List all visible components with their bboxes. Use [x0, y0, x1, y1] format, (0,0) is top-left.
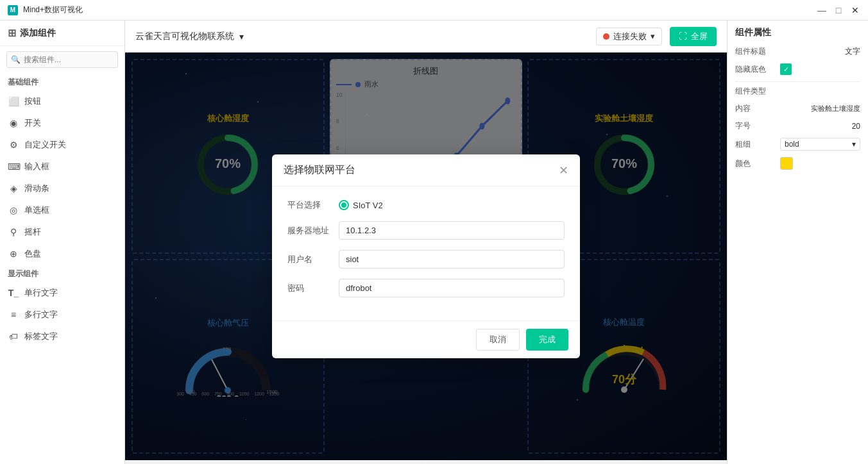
modal-backdrop: 选择物联网平台 ✕ 平台选择 [125, 53, 727, 460]
titlebar-controls: — □ ✕ [817, 5, 860, 15]
sidebar-item-label: 单选框 [24, 204, 49, 216]
search-box: 🔍 [6, 51, 118, 68]
weight-dropdown-value: bold [785, 140, 799, 149]
sidebar-item-radio[interactable]: ◎ 单选框 [0, 199, 124, 221]
prop-color: 颜色 [735, 157, 860, 170]
prop-label-weight: 粗细 [735, 139, 780, 150]
main-content: 云雀天言可视化物联系统 ▾ 连接失败 ▾ ⛶ 全屏 [125, 21, 727, 464]
topbar-right: 连接失败 ▾ ⛶ 全屏 [596, 27, 717, 46]
resize-handle[interactable]: // [125, 460, 727, 464]
radio-dot-icon [339, 200, 349, 210]
server-input[interactable] [339, 221, 565, 240]
sidebar: ⊞ 添加组件 🔍 基础组件 ⬜ 按钮 ◉ 开关 ⚙ 自定义开关 ⌨ 输入框 ◈ … [0, 21, 125, 464]
password-label: 密码 [287, 283, 339, 294]
prop-hidden-color: 隐藏底色 ✓ [735, 63, 860, 75]
close-button[interactable]: ✕ [850, 5, 860, 15]
username-input[interactable] [339, 250, 565, 269]
sidebar-title: 添加组件 [20, 28, 56, 39]
prop-font-size: 字号 20 [735, 120, 860, 131]
sidebar-item-label: 单行文字 [24, 287, 58, 299]
radio-selected-icon [341, 203, 346, 208]
cancel-button[interactable]: 取消 [476, 329, 520, 351]
server-label: 服务器地址 [287, 225, 339, 236]
modal-title: 选择物联网平台 [284, 163, 355, 177]
prop-label-title: 组件标题 [735, 46, 780, 57]
single-text-icon: T_ [8, 288, 19, 298]
sidebar-item-multi-text[interactable]: ≡ 多行文字 [0, 304, 124, 326]
display-section-label: 显示组件 [0, 265, 124, 282]
canvas-area: 核心舱湿度 70% 折线图 雨水 [125, 53, 727, 464]
sidebar-item-custom-switch[interactable]: ⚙ 自定义开关 [0, 134, 124, 156]
system-name: 云雀天言可视化物联系统 [135, 31, 234, 42]
radio-siot[interactable]: SIoT V2 [339, 200, 383, 210]
weight-dropdown[interactable]: bold ▾ [780, 138, 860, 151]
connection-status[interactable]: 连接失败 ▾ [596, 28, 662, 46]
sidebar-item-single-text[interactable]: T_ 单行文字 [0, 282, 124, 304]
prop-label-type: 组件类型 [735, 86, 780, 97]
connection-label: 连接失败 [613, 31, 647, 42]
fullscreen-icon: ⛶ [679, 31, 687, 41]
sidebar-item-input[interactable]: ⌨ 输入框 [0, 156, 124, 178]
checkbox-hidden-color[interactable]: ✓ [780, 63, 792, 75]
sidebar-item-label: 开关 [24, 117, 41, 129]
canvas-content[interactable]: 核心舱湿度 70% 折线图 雨水 [125, 53, 727, 460]
modal-header: 选择物联网平台 ✕ [272, 154, 580, 186]
sidebar-item-colorpicker[interactable]: ⊕ 色盘 [0, 243, 124, 265]
tag-text-icon: 🏷 [8, 331, 19, 342]
password-control [339, 279, 565, 297]
right-panel: 组件属性 组件标题 文字 隐藏底色 ✓ 组件类型 内容 实验舱土壤湿度 字号 2… [727, 21, 868, 464]
input-icon: ⌨ [8, 162, 19, 172]
username-label: 用户名 [287, 254, 339, 265]
search-input[interactable] [6, 51, 118, 68]
prop-component-title: 组件标题 文字 [735, 46, 860, 57]
dropdown-arrow-icon: ▾ [852, 140, 856, 149]
modal-close-button[interactable]: ✕ [559, 165, 568, 176]
sidebar-item-label: 按钮 [24, 95, 41, 107]
server-control [339, 221, 565, 240]
connection-chevron: ▾ [651, 31, 655, 41]
add-icon: ⊞ [8, 27, 16, 39]
username-row: 用户名 [287, 250, 565, 269]
titlebar: M Mind+数据可视化 — □ ✕ [0, 0, 868, 21]
slider-icon: ◈ [8, 183, 19, 194]
app-title: Mind+数据可视化 [23, 4, 83, 15]
maximize-button[interactable]: □ [833, 5, 844, 15]
prop-font-weight: 粗细 bold ▾ [735, 138, 860, 151]
sidebar-item-label: 摇杆 [24, 226, 41, 238]
panel-title: 组件属性 [735, 27, 860, 38]
fullscreen-button[interactable]: ⛶ 全屏 [670, 27, 717, 46]
sidebar-item-button[interactable]: ⬜ 按钮 [0, 90, 124, 112]
sidebar-item-label: 输入框 [24, 161, 49, 172]
prop-label-color: 颜色 [735, 158, 780, 169]
basic-section-label: 基础组件 [0, 73, 124, 90]
sidebar-item-tag-text[interactable]: 🏷 标签文字 [0, 326, 124, 347]
platform-label: 平台选择 [287, 199, 339, 211]
sidebar-item-label: 滑动条 [24, 183, 49, 194]
prop-label-content: 内容 [735, 103, 780, 114]
switch-icon: ◉ [8, 118, 19, 128]
sidebar-item-joystick[interactable]: ⚲ 摇杆 [0, 221, 124, 243]
modal-dialog: 选择物联网平台 ✕ 平台选择 [272, 154, 580, 358]
sidebar-item-label: 多行文字 [24, 309, 58, 320]
sidebar-item-slider[interactable]: ◈ 滑动条 [0, 178, 124, 199]
titlebar-left: M Mind+数据可视化 [8, 4, 83, 15]
connection-dot [603, 33, 609, 40]
platform-control: SIoT V2 [339, 200, 565, 210]
custom-switch-icon: ⚙ [8, 140, 19, 150]
confirm-button[interactable]: 完成 [526, 329, 568, 351]
modal-body: 平台选择 SIoT V2 [272, 186, 580, 320]
app-body: ⊞ 添加组件 🔍 基础组件 ⬜ 按钮 ◉ 开关 ⚙ 自定义开关 ⌨ 输入框 ◈ … [0, 21, 868, 464]
sidebar-header: ⊞ 添加组件 [0, 21, 124, 46]
sidebar-item-switch[interactable]: ◉ 开关 [0, 112, 124, 134]
color-swatch[interactable] [780, 157, 793, 170]
prop-value-fontsize: 20 [780, 122, 860, 131]
topbar-system[interactable]: 云雀天言可视化物联系统 ▾ [135, 31, 244, 42]
prop-value-content: 实验舱土壤湿度 [780, 104, 860, 113]
multi-text-icon: ≡ [8, 310, 19, 320]
password-row: 密码 [287, 279, 565, 297]
chevron-down-icon: ▾ [239, 31, 244, 42]
prop-component-type: 组件类型 [735, 86, 860, 97]
separator-1 [735, 81, 860, 82]
minimize-button[interactable]: — [817, 5, 827, 15]
password-input[interactable] [339, 279, 565, 297]
